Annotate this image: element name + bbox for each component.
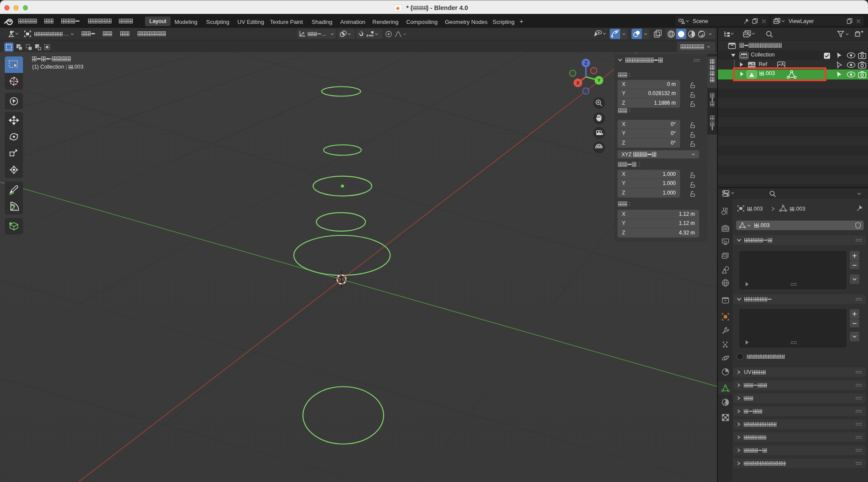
svg-text:Z: Z (585, 60, 588, 66)
svg-text:X: X (576, 80, 580, 86)
svg-text:Y: Y (597, 78, 601, 83)
